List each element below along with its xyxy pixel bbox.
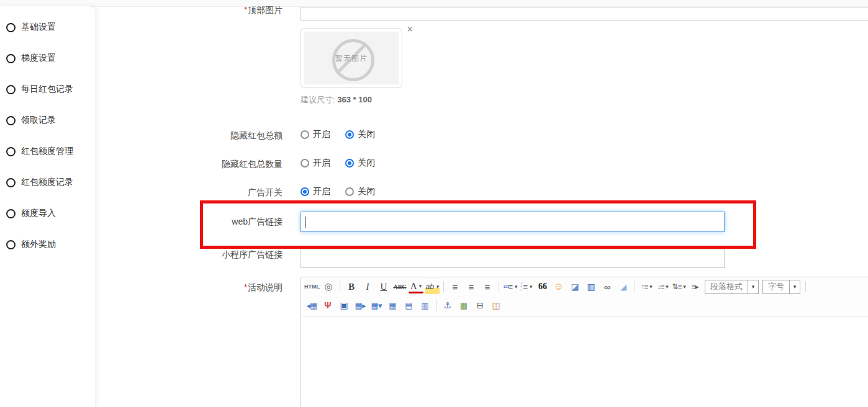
sidebar-item-extra-rewards[interactable]: 额外奖励 <box>6 237 95 252</box>
underline-icon[interactable]: U <box>376 279 391 294</box>
radio-option-label: 关闭 <box>358 158 375 169</box>
source-code-icon[interactable]: HTML <box>304 279 320 294</box>
divider <box>436 300 436 311</box>
sidebar: 基础设置 梯度设置 每日红包记录 领取记录 红包额度管理 红包额度记录 额度导入 <box>0 6 95 407</box>
divider <box>805 281 806 292</box>
sidebar-item-basic-settings[interactable]: 基础设置 <box>6 20 95 35</box>
mini-ad-link-label: 小程序广告链接 <box>146 249 283 260</box>
sidebar-item-redpacket-quota-records[interactable]: 红包额度记录 <box>6 175 95 190</box>
align-right-icon[interactable]: ≡ <box>480 279 495 294</box>
sidebar-item-label: 额外奖励 <box>21 239 56 250</box>
preview-icon[interactable]: ◎ <box>321 279 336 294</box>
radio-option-off[interactable]: 关闭 <box>345 186 375 197</box>
remove-format-icon[interactable]: ◢ <box>616 279 631 294</box>
anchor-icon[interactable]: ⚓ <box>440 298 455 313</box>
radio-option-label: 开启 <box>313 158 330 169</box>
radio-icon <box>345 159 354 168</box>
radio-icon <box>345 187 354 196</box>
required-asterisk: * <box>244 6 247 14</box>
sidebar-item-gradient-settings[interactable]: 梯度设置 <box>6 51 95 66</box>
insert-row-below-icon[interactable]: ▦▾ <box>369 298 384 313</box>
font-size-label: 字号 <box>763 281 789 292</box>
chevron-down-icon: ▾ <box>789 280 800 293</box>
circle-icon <box>6 178 16 187</box>
radio-option-off[interactable]: 关闭 <box>345 158 375 169</box>
link-icon[interactable]: ∞ <box>600 279 615 294</box>
radio-option-on[interactable]: 开启 <box>301 186 330 197</box>
font-color-icon[interactable]: A <box>409 280 423 293</box>
sidebar-item-redpacket-quota-management[interactable]: 红包额度管理 <box>6 144 95 159</box>
web-ad-link-input[interactable] <box>301 212 725 232</box>
circle-icon <box>6 240 16 249</box>
align-left-icon[interactable]: ≡ <box>448 279 463 294</box>
circle-icon <box>6 23 16 32</box>
sidebar-item-label: 梯度设置 <box>21 53 56 64</box>
italic-icon[interactable]: I <box>360 279 375 294</box>
print-icon[interactable]: ⊟ <box>472 298 487 313</box>
radio-option-on[interactable]: 开启 <box>301 129 330 140</box>
sidebar-item-label: 基础设置 <box>21 22 56 33</box>
hide-total-count-radio-group: 开启 关闭 <box>301 158 390 169</box>
circle-icon <box>6 147 16 156</box>
blockquote-icon[interactable]: 66 <box>535 279 550 294</box>
top-image-label: *顶部图片 <box>146 5 283 16</box>
paste-icon[interactable]: ◫ <box>489 298 504 313</box>
unordered-list-icon[interactable]: ≡ <box>519 279 534 294</box>
sidebar-item-label: 红包额度记录 <box>21 177 73 188</box>
editor-toolbar-row-2: ◂▦ Ψ ▣ ▦▸ ▦▾ ▦ ▤ ▥ ⚓ ▩ ⊟ ◫ <box>301 296 868 315</box>
paragraph-format-select[interactable]: 段落格式 ▾ <box>705 280 759 294</box>
insert-col-left-icon[interactable]: ◂▦ <box>304 298 319 313</box>
circle-icon <box>6 85 16 94</box>
mini-ad-link-input[interactable] <box>301 249 725 268</box>
strikethrough-icon[interactable]: ABC <box>392 279 407 294</box>
editor-toolbar-row-1: HTML ◎ B I U ABC A ab ≡ ≡ ≡ ≡ ≡ <box>301 277 868 296</box>
radio-option-label: 关闭 <box>358 129 375 140</box>
table-cols-icon[interactable]: ▥ <box>417 298 432 313</box>
sidebar-item-claim-records[interactable]: 领取记录 <box>6 113 95 128</box>
no-image-placeholder: 暂无图片 <box>304 32 399 84</box>
line-height-icon[interactable]: ⇅≡ <box>671 279 686 294</box>
sidebar-item-label: 红包额度管理 <box>21 146 73 157</box>
radio-icon <box>345 130 354 139</box>
radio-option-label: 开启 <box>313 129 330 140</box>
chevron-down-icon: ▾ <box>748 280 758 293</box>
indent-icon[interactable]: ≡▸ <box>687 279 702 294</box>
top-image-input[interactable] <box>301 7 868 20</box>
table-icon[interactable]: ▦ <box>385 298 400 313</box>
layer-icon[interactable]: ▣ <box>337 298 351 313</box>
margin-top-icon[interactable]: ↑≡ <box>639 279 654 294</box>
no-image-text: 暂无图片 <box>304 53 399 64</box>
divider <box>340 281 340 292</box>
editor-content-area[interactable] <box>302 316 868 407</box>
align-center-icon[interactable]: ≡ <box>464 279 479 294</box>
map-icon[interactable]: ▩ <box>456 298 471 313</box>
image-size-hint: 建议尺寸: 363 * 100 <box>301 94 372 105</box>
divider <box>443 281 444 292</box>
hide-total-amount-radio-group: 开启 关闭 <box>301 129 390 140</box>
insert-media-icon[interactable]: ▥ <box>584 279 599 294</box>
circle-icon <box>6 116 16 125</box>
sidebar-item-label: 额度导入 <box>21 208 56 219</box>
remove-image-icon[interactable]: × <box>407 25 412 34</box>
bold-icon[interactable]: B <box>344 279 359 294</box>
margin-bottom-icon[interactable]: ↓≡ <box>655 279 670 294</box>
sidebar-item-daily-redpacket-records[interactable]: 每日红包记录 <box>6 82 95 97</box>
hide-total-count-label: 隐藏红包总数量 <box>146 159 283 169</box>
radio-option-on[interactable]: 开启 <box>301 158 330 169</box>
sidebar-item-quota-import[interactable]: 额度导入 <box>6 206 95 221</box>
ordered-list-icon[interactable]: ≡ <box>503 279 518 294</box>
sidebar-item-label: 每日红包记录 <box>21 84 73 95</box>
highlight-color-icon[interactable]: ab <box>425 279 440 294</box>
emoticon-icon[interactable]: ☺ <box>551 279 566 294</box>
divider <box>499 281 499 292</box>
top-image-preview[interactable]: 暂无图片 <box>301 28 402 88</box>
page-break-icon[interactable]: Ψ <box>320 298 335 313</box>
ad-switch-label: 广告开关 <box>146 187 283 198</box>
radio-icon <box>301 159 309 168</box>
font-size-select[interactable]: 字号 ▾ <box>762 280 800 294</box>
radio-option-off[interactable]: 关闭 <box>345 129 375 140</box>
table-rows-icon[interactable]: ▤ <box>401 298 416 313</box>
insert-image-icon[interactable]: ◪ <box>567 279 582 294</box>
required-asterisk: * <box>244 283 247 292</box>
insert-col-right-icon[interactable]: ▦▸ <box>353 298 368 313</box>
